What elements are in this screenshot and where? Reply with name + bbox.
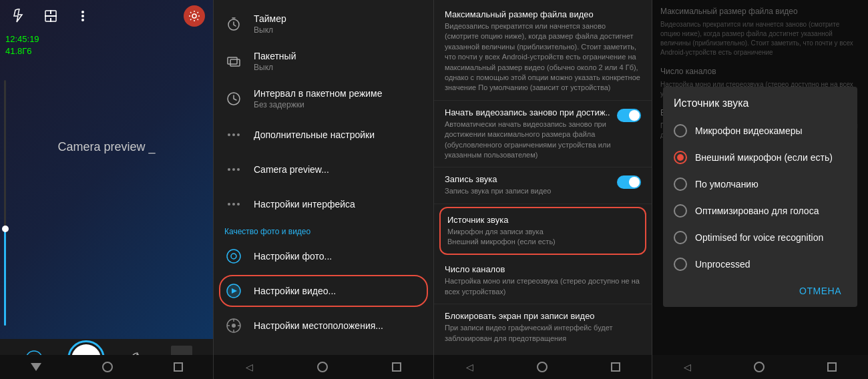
dialog-option-external-mic[interactable]: Внешний микрофон (если есть) <box>663 144 857 171</box>
restart-toggle[interactable] <box>617 109 641 122</box>
detail-item-channels[interactable]: Число каналов Настройка моно или стереоз… <box>434 258 652 304</box>
dialog-title: Источник звука <box>663 87 857 117</box>
radio-external-mic <box>674 151 687 164</box>
default-label: По умолчанию <box>695 179 758 190</box>
flash-icon[interactable] <box>8 5 29 27</box>
interface-dots-icon <box>224 195 243 214</box>
voice-optimized-label: Оптимизировано для голоса <box>695 206 819 216</box>
svg-point-5 <box>81 15 84 17</box>
exposure-icon[interactable] <box>40 5 61 27</box>
radio-default <box>674 177 687 191</box>
svg-point-18 <box>231 254 236 259</box>
detail-panel: Максимальный размер файла видео Видеозап… <box>434 0 652 379</box>
detail-item-sound-source[interactable]: Источник звука Микрофон для записи звука… <box>439 207 646 256</box>
time-display: 12:45:19 41.8Г6 <box>5 33 39 57</box>
unprocessed-label: Unprocessed <box>695 259 750 270</box>
interval-text: Интервал в пакетном режиме Без задержки <box>254 88 423 109</box>
voice-recognition-label: Optimised for voice recognition <box>695 232 823 243</box>
zoom-slider-fill <box>4 228 6 326</box>
batch-icon <box>224 52 243 71</box>
dialog-option-camera-mic[interactable]: Микрофон видеокамеры <box>663 117 857 144</box>
advanced-dots-icon <box>224 125 243 144</box>
overlay-recents-btn[interactable] <box>827 362 837 372</box>
settings-nav-bar: ◁ <box>214 355 433 379</box>
settings-item-batch[interactable]: Пакетный Выкл <box>214 43 433 80</box>
sound-row: Запись звука Запись звука при записи вид… <box>445 174 641 196</box>
svg-rect-14 <box>228 57 237 64</box>
settings-item-timer[interactable]: Таймер Выкл <box>214 5 433 43</box>
settings-item-advanced[interactable]: Дополнительные настройки <box>214 117 433 152</box>
camera-nav-bar <box>0 355 213 379</box>
camera-mic-label: Микрофон видеокамеры <box>695 125 803 136</box>
settings-list: Таймер Выкл Пакетный Выкл <box>214 0 433 355</box>
detail-home-btn[interactable] <box>537 362 548 372</box>
radio-external-mic-fill <box>677 154 684 161</box>
dialog-option-voice-recognition[interactable]: Optimised for voice recognition <box>663 224 857 251</box>
sound-toggle[interactable] <box>617 175 641 189</box>
settings-item-processing[interactable]: Processing settings... <box>214 343 433 355</box>
dialog-option-voice-optimized[interactable]: Оптимизировано для голоса <box>663 198 857 224</box>
photo-settings-icon <box>224 247 243 266</box>
restart-text: Начать видеозапись заново при достиж.. А… <box>445 107 617 161</box>
settings-gear-icon[interactable] <box>184 5 205 27</box>
svg-point-4 <box>81 11 84 13</box>
video-settings-icon <box>224 282 243 300</box>
recents-nav-btn[interactable] <box>174 362 183 372</box>
settings-back-btn[interactable]: ◁ <box>246 362 253 372</box>
sound-text: Запись звука Запись звука при записи вид… <box>445 174 617 196</box>
video-settings-text: Настройки видео... <box>254 286 423 296</box>
timer-text: Таймер Выкл <box>254 13 423 35</box>
radio-camera-mic <box>674 124 687 137</box>
settings-item-location[interactable]: Настройки местоположения... <box>214 308 433 343</box>
detail-item-restart[interactable]: Начать видеозапись заново при достиж.. А… <box>434 101 652 168</box>
overlay-back-btn[interactable]: ◁ <box>684 362 691 372</box>
dialog-option-unprocessed[interactable]: Unprocessed <box>663 251 857 278</box>
zoom-slider-thumb[interactable] <box>2 226 9 232</box>
settings-item-batch-interval[interactable]: Интервал в пакетном режиме Без задержки <box>214 80 433 117</box>
settings-recents-btn[interactable] <box>392 362 401 372</box>
photo-settings-text: Настройки фото... <box>254 251 423 262</box>
svg-rect-15 <box>230 59 240 66</box>
svg-rect-0 <box>45 15 57 17</box>
camera-panel: Camera preview _ <box>0 0 214 379</box>
interval-icon <box>224 89 243 108</box>
settings-item-camera-preview[interactable]: Camera preview... <box>214 152 433 187</box>
cancel-button[interactable]: ОТМЕНА <box>794 283 847 299</box>
zoom-slider-track <box>4 80 6 326</box>
storage-info: 41.8Г6 <box>5 45 39 57</box>
home-nav-btn[interactable] <box>102 362 113 372</box>
timer-icon <box>224 15 243 33</box>
radio-unprocessed <box>674 258 687 271</box>
clock-time: 12:45:19 <box>5 33 39 45</box>
preview-text: Camera preview... <box>254 164 423 175</box>
location-icon <box>224 316 243 335</box>
settings-item-photo[interactable]: Настройки фото... <box>214 239 433 274</box>
svg-point-22 <box>232 324 236 328</box>
quality-section-label: Качество фото и видео <box>214 222 433 239</box>
camera-preview-label: Camera preview _ <box>0 140 213 154</box>
dialog-option-default[interactable]: По умолчанию <box>663 171 857 198</box>
advanced-text: Дополнительные настройки <box>254 129 423 140</box>
location-text: Настройки местоположения... <box>254 320 423 331</box>
svg-point-6 <box>81 19 84 21</box>
detail-recents-btn[interactable] <box>611 362 620 372</box>
svg-point-7 <box>192 14 196 18</box>
overlay-home-btn[interactable] <box>754 362 765 372</box>
more-options-icon[interactable] <box>72 5 93 27</box>
svg-point-17 <box>227 250 240 263</box>
settings-item-video[interactable]: Настройки видео... <box>214 274 433 308</box>
settings-home-btn[interactable] <box>317 362 328 372</box>
radio-voice-recognition <box>674 231 687 244</box>
detail-item-max-size[interactable]: Максимальный размер файла видео Видеозап… <box>434 3 652 101</box>
detail-nav-bar: ◁ <box>434 355 652 379</box>
detail-back-btn[interactable]: ◁ <box>466 362 473 372</box>
detail-list: Максимальный размер файла видео Видеозап… <box>434 0 652 355</box>
restart-row: Начать видеозапись заново при достиж.. А… <box>445 107 641 161</box>
external-mic-label: Внешний микрофон (если есть) <box>695 152 833 163</box>
radio-voice-optimized <box>674 204 687 218</box>
detail-item-record-sound[interactable]: Запись звука Запись звука при записи вид… <box>434 167 652 204</box>
settings-item-interface[interactable]: Настройки интерфейса <box>214 187 433 222</box>
back-nav-btn[interactable] <box>31 363 41 371</box>
interface-text: Настройки интерфейса <box>254 199 423 210</box>
detail-item-block-screen[interactable]: Блокировать экран при записи видео При з… <box>434 304 652 350</box>
